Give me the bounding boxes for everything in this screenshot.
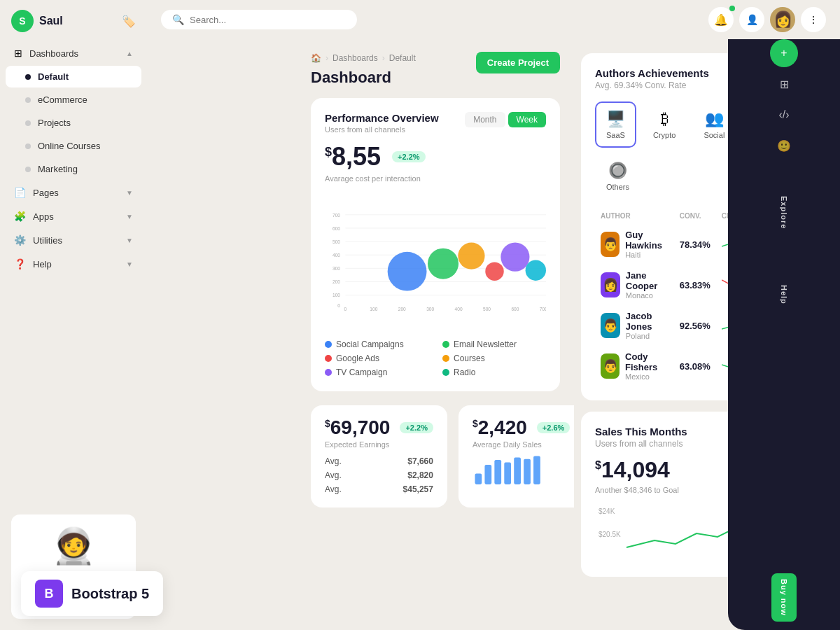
performance-title: Performance Overview — [325, 112, 439, 124]
chevron-icon-pages: ▼ — [126, 189, 133, 197]
topbar: 🔍 🔔 👤 👩 ⋮ — [294, 0, 840, 39]
stat-item: Avg.$7,660 — [325, 454, 433, 468]
stat-earnings-items: Avg.$7,660 Avg.$2,820 Avg.$45,257 — [325, 454, 433, 496]
sidebar-item-projects[interactable]: Projects — [6, 112, 141, 134]
grid-icon-btn[interactable]: ⊞ — [770, 70, 798, 98]
chevron-icon-utilities: ▼ — [126, 237, 133, 244]
bar-3 — [494, 460, 501, 484]
legend-label-ads: Google Ads — [336, 354, 379, 363]
author-loc-3: Poland — [626, 332, 668, 340]
svg-text:400: 400 — [332, 253, 340, 258]
cat-tab-others[interactable]: 🔘 Others — [595, 153, 640, 200]
col-conv: CONV. — [674, 208, 716, 224]
bootstrap-badge: B Bootstrap 5 — [21, 571, 163, 616]
emoji-icon-btn[interactable]: 🙂 — [770, 132, 798, 160]
user-button[interactable]: 👤 — [739, 7, 764, 32]
performance-metric: $8,55 +2.2% — [325, 142, 546, 172]
buy-now-button[interactable]: Buy now — [771, 573, 797, 622]
code-icon-btn[interactable]: ‹/› — [770, 101, 798, 129]
breadcrumb-default[interactable]: Default — [389, 53, 416, 63]
notification-button[interactable]: 🔔 — [708, 7, 734, 32]
help-label[interactable]: Help — [780, 271, 788, 318]
bar-7 — [533, 456, 540, 484]
author-name-1: Guy Hawkins — [625, 230, 668, 251]
conv-cell-3: 92.56% — [674, 305, 716, 346]
author-info-3: 👨 Jacob Jones Poland — [601, 311, 668, 340]
sidebar-item-dashboards[interactable]: ⊞ Dashboards ▲ — [6, 42, 141, 64]
nav-dot-projects — [25, 120, 31, 126]
svg-text:600: 600 — [511, 307, 519, 312]
crypto-label: Crypto — [653, 131, 676, 139]
svg-text:600: 600 — [332, 226, 340, 231]
legend-dot-courses — [442, 355, 449, 362]
period-tabs: Month Week — [465, 112, 546, 127]
bubble-tv — [500, 243, 529, 272]
cat-tab-crypto[interactable]: ₿ Crypto — [642, 102, 687, 148]
legend-label-email: Email Newsletter — [454, 340, 517, 349]
sidebar-item-pages[interactable]: 📄 Pages ▼ — [6, 181, 141, 204]
sidebar-item-apps[interactable]: 🧩 Apps ▼ — [6, 205, 141, 227]
conv-cell-4: 63.08% — [674, 346, 716, 386]
sidebar-item-ecommerce[interactable]: eCommerce — [6, 89, 141, 111]
logo-icon: S — [11, 10, 34, 32]
svg-text:100: 100 — [332, 293, 340, 298]
sidebar-item-utilities[interactable]: ⚙️ Utilities ▼ — [6, 229, 141, 251]
sidebar-item-default[interactable]: Default — [6, 66, 141, 88]
author-loc-2: Monaco — [626, 291, 668, 300]
col-author: AUTHOR — [595, 208, 674, 224]
tab-month[interactable]: Month — [465, 112, 505, 127]
search-box[interactable]: 🔍 — [294, 10, 357, 29]
svg-text:200: 200 — [332, 279, 340, 284]
stats-row: $69,700 +2.2% Expected Earnings Avg.$7,6… — [311, 405, 560, 507]
bar-2 — [484, 465, 491, 484]
avatar-4: 👨 — [601, 354, 620, 379]
explore-label[interactable]: Explore — [780, 182, 788, 243]
author-details-4: Cody Fishers Mexico — [625, 351, 668, 381]
sidebar-label-utilities: Utilities — [33, 235, 62, 246]
menu-button[interactable]: ⋮ — [801, 7, 826, 32]
author-loc-4: Mexico — [625, 372, 668, 381]
sidebar-item-marketing[interactable]: Marketing — [6, 158, 141, 180]
svg-text:$24K: $24K — [598, 507, 615, 515]
stat-sales-header: $2,420 +2.6% — [472, 416, 570, 439]
sidebar-item-online-courses[interactable]: Online Courses — [6, 135, 141, 157]
nav-dot-online-courses — [25, 144, 31, 149]
conv-val-4: 63.08% — [680, 361, 710, 372]
create-project-button[interactable]: Create Project — [476, 52, 560, 74]
sidebar-item-help[interactable]: ❓ Help ▼ — [6, 253, 141, 275]
side-middle: Explore Help — [728, 168, 840, 565]
topbar-right: 🔔 👤 👩 ⋮ — [708, 7, 826, 32]
avatar[interactable]: 👩 — [770, 7, 795, 32]
home-icon[interactable]: 🏠 — [311, 53, 321, 63]
author-cell-3: 👨 Jacob Jones Poland — [595, 305, 674, 346]
saas-icon: 🖥️ — [606, 110, 625, 128]
sidebar-header: S Saul 🏷️ — [0, 0, 147, 42]
social-label: Social — [704, 131, 724, 139]
tab-week[interactable]: Week — [508, 112, 546, 127]
breadcrumb-dashboards[interactable]: Dashboards — [332, 53, 378, 63]
add-icon-btn[interactable]: + — [770, 39, 798, 67]
conv-cell-1: 78.34% — [674, 224, 716, 265]
bootstrap-icon: B — [35, 580, 63, 608]
back-icon[interactable]: 🏷️ — [122, 15, 136, 28]
svg-text:700: 700 — [540, 307, 546, 312]
author-details-1: Guy Hawkins Haiti — [625, 230, 668, 259]
nav-dot-marketing — [25, 167, 31, 172]
breadcrumb-sep-2: › — [382, 53, 385, 63]
author-details-3: Jacob Jones Poland — [626, 311, 668, 340]
side-bottom: Buy now — [728, 565, 840, 630]
performance-card: Performance Overview Users from all chan… — [311, 98, 560, 391]
search-input[interactable] — [294, 15, 346, 25]
sidebar-label-dashboards: Dashboards — [29, 48, 78, 59]
nav-dot-default — [25, 74, 31, 80]
author-info-4: 👨 Cody Fishers Mexico — [601, 351, 668, 381]
conv-cell-2: 63.83% — [674, 265, 716, 305]
cat-tab-saas[interactable]: 🖥️ SaaS — [595, 102, 636, 148]
stat-item: Avg.$45,257 — [325, 482, 433, 496]
bubble-courses — [458, 243, 484, 270]
bubble-social — [388, 252, 427, 291]
bubble-email — [428, 248, 458, 279]
author-details-2: Jane Cooper Monaco — [626, 270, 668, 300]
stat-sales-badge: +2.6% — [537, 422, 570, 433]
metric-label: Avarage cost per interaction — [325, 174, 546, 183]
